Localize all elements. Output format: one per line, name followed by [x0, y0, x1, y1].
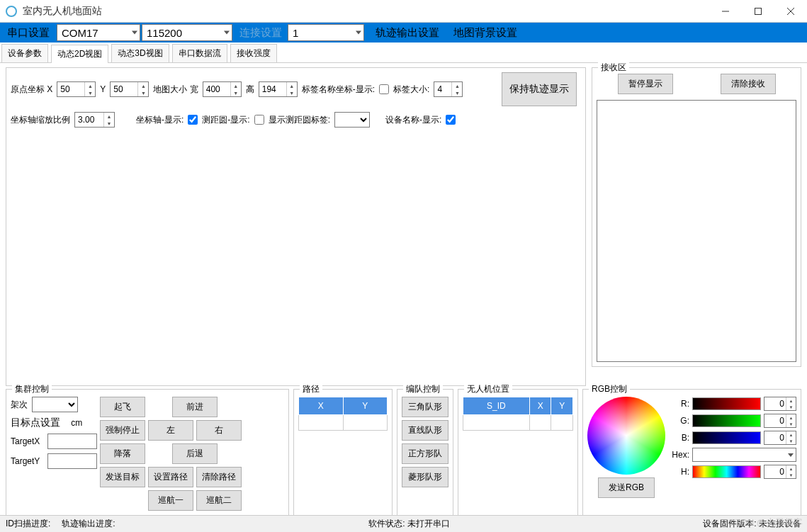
rgb-group: RGB控制 发送RGB R:▲▼ G:▲▼ B:▲▼ Hex: H:▲▼ [582, 389, 801, 516]
b-input[interactable]: ▲▼ [764, 431, 796, 445]
rx-legend: 接收区 [598, 62, 629, 74]
scale-label: 坐标轴缩放比例 [11, 114, 70, 126]
com-port-select[interactable]: COM17 [57, 24, 140, 41]
chevron-down-icon [356, 31, 361, 35]
origin-x-input[interactable]: ▲▼ [57, 81, 96, 97]
send-rgb-button[interactable]: 发送RGB [598, 477, 655, 498]
clear-path-button[interactable]: 清除路径 [196, 467, 242, 487]
mapsize-w-label: 地图大小 宽 [153, 84, 198, 96]
keep-track-button[interactable]: 保持轨迹显示 [502, 72, 577, 106]
status-bar: ID扫描进度: 轨迹输出进度: 软件状态: 未打开串口 设备固件版本: 未连接设… [0, 515, 807, 532]
axis-show-label: 坐标轴-显示: [136, 114, 184, 126]
tab-serial-stream[interactable]: 串口数据流 [172, 44, 227, 62]
h-slider[interactable] [692, 465, 761, 478]
tab-3d-view[interactable]: 动态3D视图 [111, 44, 169, 62]
color-wheel[interactable] [587, 397, 665, 475]
origin-y-input[interactable]: ▲▼ [110, 81, 149, 97]
set-path-button[interactable]: 设置路径 [148, 467, 193, 487]
minimize-button[interactable] [709, 0, 742, 23]
serial-settings-label[interactable]: 串口设置 [0, 23, 57, 43]
chevron-down-icon [788, 453, 794, 457]
frame-select[interactable] [32, 397, 78, 412]
rgb-legend: RGB控制 [589, 383, 630, 395]
devname-show-label: 设备名称-显示: [385, 114, 441, 126]
hex-select[interactable] [692, 448, 796, 462]
diamond-formation-button[interactable]: 菱形队形 [402, 467, 448, 487]
tab-device-params[interactable]: 设备参数 [1, 44, 48, 62]
r-slider[interactable] [692, 397, 761, 410]
left-button[interactable]: 左 [148, 420, 193, 441]
watermark: CSDN @火星极客 [728, 516, 803, 529]
targety-input[interactable] [47, 453, 97, 469]
rx-group: 接收区 暂停显示 清除接收 [592, 67, 801, 367]
tag-coord-label: 标签名称坐标-显示: [302, 84, 375, 96]
forward-button[interactable]: 前进 [172, 397, 218, 417]
map-background-settings[interactable]: 地图背景设置 [446, 23, 524, 43]
view-panel: 原点坐标 X ▲▼ Y ▲▼ 地图大小 宽 ▲▼ 高 ▲▼ 标签名称坐标-显示:… [6, 67, 586, 386]
tag-coord-checkbox[interactable] [379, 84, 389, 94]
send-target-button[interactable]: 发送目标 [100, 467, 145, 487]
circle-tag-select[interactable] [334, 112, 370, 128]
path-group: 路径 XY [293, 389, 393, 516]
formation-group: 编队控制 三角队形 直线队形 正方形队 菱形队形 [397, 389, 453, 516]
targety-label: TargetY [11, 456, 43, 466]
b-slider[interactable] [692, 431, 761, 444]
circle-show-checkbox[interactable] [254, 115, 264, 125]
right-button[interactable]: 右 [196, 420, 242, 441]
formation-legend: 编队控制 [403, 383, 443, 395]
maximize-button[interactable] [742, 0, 774, 23]
line-formation-button[interactable]: 直线队形 [402, 420, 448, 441]
pause-display-button[interactable]: 暂停显示 [618, 74, 673, 94]
map-height-input[interactable]: ▲▼ [259, 81, 298, 97]
map-width-input[interactable]: ▲▼ [203, 81, 242, 97]
h-input[interactable]: ▲▼ [764, 465, 796, 479]
g-input[interactable]: ▲▼ [764, 414, 796, 428]
baud-rate-select[interactable]: 115200 [142, 24, 232, 41]
axis-show-checkbox[interactable] [188, 115, 198, 125]
map-canvas[interactable] [11, 133, 581, 381]
clear-rx-button[interactable]: 清除接收 [721, 74, 776, 94]
connection-select[interactable]: 1 [288, 24, 364, 41]
tag-size-input[interactable]: ▲▼ [434, 81, 463, 97]
targetx-label: TargetX [11, 436, 43, 446]
tag-size-label: 标签大小: [393, 84, 429, 96]
estop-button[interactable]: 强制停止 [100, 420, 145, 441]
svg-rect-1 [755, 8, 762, 14]
track-out-label: 轨迹输出进度: [62, 518, 115, 530]
cruise2-button[interactable]: 巡航二 [196, 490, 242, 511]
cluster-legend: 集群控制 [12, 383, 52, 395]
connect-settings-label: 连接设置 [234, 23, 288, 43]
chevron-down-icon [132, 31, 137, 35]
id-scan-label: ID扫描进度: [6, 518, 50, 530]
rx-textarea[interactable] [597, 100, 796, 362]
devname-show-checkbox[interactable] [446, 115, 456, 125]
targetx-input[interactable] [47, 434, 97, 449]
triangle-formation-button[interactable]: 三角队形 [402, 397, 448, 417]
cluster-control-group: 集群控制 架次 目标点设置 cm TargetX TargetY 起飞 强制停止… [6, 389, 289, 516]
r-input[interactable]: ▲▼ [764, 397, 796, 411]
cruise1-button[interactable]: 巡航一 [148, 490, 193, 511]
tab-2d-view[interactable]: 动态2D视图 [51, 45, 108, 63]
target-header: 目标点设置 [11, 417, 60, 429]
square-formation-button[interactable]: 正方形队 [402, 443, 448, 464]
app-icon [6, 6, 17, 17]
back-button[interactable]: 后退 [172, 443, 218, 464]
takeoff-button[interactable]: 起飞 [100, 397, 145, 417]
tab-rx-strength[interactable]: 接收强度 [230, 44, 277, 62]
position-table[interactable]: S_IDXY [463, 397, 573, 431]
chevron-down-icon [224, 31, 230, 35]
g-slider[interactable] [692, 414, 761, 427]
frame-label: 架次 [11, 399, 28, 411]
path-table[interactable]: XY [298, 397, 388, 431]
close-button[interactable] [774, 0, 807, 23]
track-output-settings[interactable]: 轨迹输出设置 [368, 23, 446, 43]
scale-input[interactable]: ▲▼ [74, 112, 115, 128]
mapsize-h-label: 高 [246, 84, 254, 96]
sw-state: 未打开串口 [407, 519, 450, 528]
land-button[interactable]: 降落 [100, 443, 145, 464]
position-legend: 无人机位置 [464, 383, 512, 395]
content-area: 原点坐标 X ▲▼ Y ▲▼ 地图大小 宽 ▲▼ 高 ▲▼ 标签名称坐标-显示:… [0, 63, 807, 520]
window-controls [709, 0, 807, 23]
origin-y-label: Y [100, 84, 106, 94]
path-legend: 路径 [300, 383, 322, 395]
